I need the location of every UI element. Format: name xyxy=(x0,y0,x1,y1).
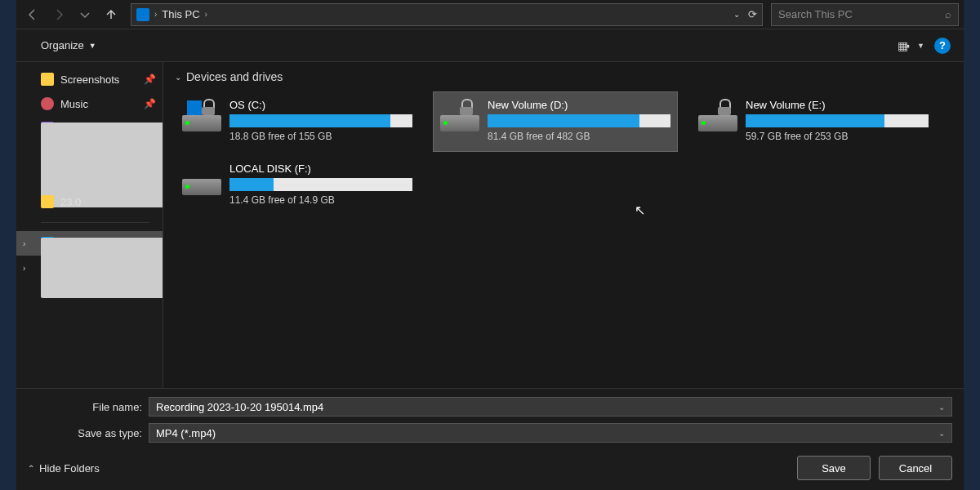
dropdown-icon: ▼ xyxy=(89,42,96,50)
nav-forward-button[interactable] xyxy=(47,3,70,26)
drive-free-text: 81.4 GB free of 482 GB xyxy=(488,131,670,142)
organize-button[interactable]: Organize xyxy=(41,39,84,51)
drive-name: New Volume (D:) xyxy=(488,99,670,111)
sidebar-item[interactable]: 23.0 xyxy=(16,189,163,214)
drive-name: New Volume (E:) xyxy=(746,99,929,111)
chevron-right-icon: › xyxy=(205,10,207,19)
sidebar-tree-item[interactable]: ›LOCAL DISK (F xyxy=(16,256,163,280)
nav-back-button[interactable] xyxy=(21,3,44,26)
address-text: This PC xyxy=(162,8,199,20)
hide-folders-button[interactable]: ⌃ Hide Folders xyxy=(28,462,100,474)
save-type-label: Save as type: xyxy=(28,427,142,439)
sidebar-item[interactable]: Screenshots📌 xyxy=(16,67,163,91)
pin-icon: 📌 xyxy=(144,74,156,85)
help-icon[interactable]: ? xyxy=(934,38,951,54)
drive-item[interactable]: New Volume (D:)81.4 GB free of 482 GB xyxy=(433,91,678,152)
cancel-button[interactable]: Cancel xyxy=(879,456,952,480)
drive-item[interactable]: New Volume (E:)59.7 GB free of 253 GB xyxy=(691,91,936,152)
dialog-footer: ⌃ Hide Folders Save Cancel xyxy=(16,446,964,490)
drive-free-text: 59.7 GB free of 253 GB xyxy=(746,131,929,142)
dropdown-icon[interactable]: ⌄ xyxy=(938,403,945,412)
drive-icon xyxy=(440,99,479,131)
form-area: File name: Recording 2023-10-20 195014.m… xyxy=(16,388,964,446)
drive-icon xyxy=(41,238,163,298)
address-bar[interactable]: › This PC › ⌄ ⟳ xyxy=(131,3,763,26)
dropdown-icon[interactable]: ▼ xyxy=(917,42,924,50)
folder-icon xyxy=(41,195,54,208)
sidebar-item[interactable]: New Volume ( xyxy=(16,165,163,189)
save-dialog: › This PC › ⌄ ⟳ Search This PC ⌕ Organiz… xyxy=(16,0,964,490)
drives-grid: OS (C:)18.8 GB free of 155 GBNew Volume … xyxy=(175,91,952,216)
search-placeholder: Search This PC xyxy=(778,8,853,20)
sidebar-item[interactable]: Music📌 xyxy=(16,91,163,116)
nav-up-button[interactable] xyxy=(100,3,122,26)
sidebar-item-label: Screenshots xyxy=(60,74,119,86)
sidebar-divider xyxy=(41,222,149,223)
chevron-down-icon: ⌄ xyxy=(175,73,181,82)
drive-name: OS (C:) xyxy=(229,99,412,111)
dialog-body: Screenshots📌Music📌Videos📌New Volume (New… xyxy=(16,62,964,388)
filename-label: File name: xyxy=(28,401,142,413)
drive-icon xyxy=(182,99,221,131)
section-header[interactable]: ⌄ Devices and drives xyxy=(175,70,952,83)
command-toolbar: Organize ▼ ▦▪ ▼ ? xyxy=(16,29,964,62)
drive-item[interactable]: OS (C:)18.8 GB free of 155 GB xyxy=(175,91,420,152)
address-dropdown-icon[interactable]: ⌄ xyxy=(733,10,740,19)
chevron-right-icon[interactable]: › xyxy=(23,264,25,273)
drive-icon xyxy=(698,99,737,131)
drive-name: LOCAL DISK (F:) xyxy=(229,163,412,175)
search-icon: ⌕ xyxy=(945,8,951,20)
storage-bar xyxy=(488,114,670,127)
drive-item[interactable]: LOCAL DISK (F:)11.4 GB free of 14.9 GB xyxy=(175,155,420,216)
refresh-icon[interactable]: ⟳ xyxy=(748,8,757,20)
music-icon xyxy=(41,97,54,110)
sidebar-item-label: 23.0 xyxy=(60,196,81,208)
folder-icon xyxy=(41,73,54,86)
storage-bar xyxy=(229,178,412,191)
storage-bar xyxy=(746,114,929,127)
storage-bar xyxy=(229,114,412,127)
search-input[interactable]: Search This PC ⌕ xyxy=(771,3,959,26)
drive-free-text: 11.4 GB free of 14.9 GB xyxy=(229,194,412,206)
filename-input[interactable]: Recording 2023-10-20 195014.mp4 ⌄ xyxy=(149,397,952,416)
drive-icon xyxy=(182,163,221,195)
navigation-sidebar: Screenshots📌Music📌Videos📌New Volume (New… xyxy=(16,62,163,388)
view-options-icon[interactable]: ▦▪ xyxy=(898,39,907,52)
content-pane: ⌄ Devices and drives OS (C:)18.8 GB free… xyxy=(163,62,964,388)
drive-free-text: 18.8 GB free of 155 GB xyxy=(229,131,412,142)
nav-recent-button[interactable] xyxy=(74,3,96,26)
chevron-right-icon[interactable]: › xyxy=(23,239,25,248)
address-toolbar: › This PC › ⌄ ⟳ Search This PC ⌕ xyxy=(16,0,964,29)
dropdown-icon[interactable]: ⌄ xyxy=(938,429,945,438)
chevron-up-icon: ⌃ xyxy=(28,464,34,473)
chevron-right-icon: › xyxy=(154,10,157,19)
save-type-select[interactable]: MP4 (*.mp4) ⌄ xyxy=(149,423,952,443)
save-button[interactable]: Save xyxy=(797,456,871,480)
sidebar-item-label: Music xyxy=(60,98,88,110)
pc-icon xyxy=(136,8,149,21)
pin-icon: 📌 xyxy=(144,98,156,109)
section-title: Devices and drives xyxy=(186,70,283,83)
